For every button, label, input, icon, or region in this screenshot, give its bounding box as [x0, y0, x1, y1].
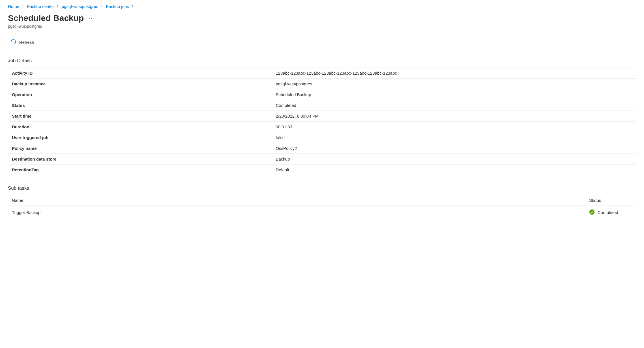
subtask-status-cell: Completed [585, 206, 636, 219]
detail-value: 00:01:33 [272, 122, 636, 132]
detail-label: Duration [8, 122, 272, 132]
refresh-button[interactable]: Refresh [10, 38, 35, 47]
detail-row-duration: Duration 00:01:33 [8, 122, 636, 132]
detail-row-policy-name: Policy name OssPolicy2 [8, 143, 636, 154]
detail-label: User triggered job [8, 132, 272, 143]
detail-value: false [272, 132, 636, 143]
detail-label: RetentionTag [8, 165, 272, 175]
detail-label: Destination data store [8, 154, 272, 165]
refresh-label: Refresh [19, 40, 34, 45]
chevron-right-icon [100, 4, 104, 8]
detail-label: Status [8, 100, 272, 111]
detail-value: Backup [272, 154, 636, 165]
detail-row-start-time: Start time 2/20/2022, 8:00:04 PM [8, 111, 636, 122]
job-details-table: Activity ID 123abc-123abc-123abc-123abc-… [8, 68, 636, 175]
more-actions-button[interactable]: ··· [89, 15, 94, 21]
breadcrumb-backup-jobs[interactable]: Backup jobs [106, 4, 129, 9]
detail-value: 2/20/2022, 8:00:04 PM [272, 111, 636, 122]
subtasks-header-row: Name Status [8, 195, 636, 206]
toolbar: Refresh [8, 35, 636, 51]
chevron-right-icon [22, 4, 25, 8]
detail-row-retention-tag: RetentionTag Default [8, 165, 636, 175]
svg-point-0 [589, 209, 594, 215]
detail-value: pgsql-wus\postgres [272, 79, 636, 89]
chevron-right-icon [56, 4, 59, 8]
refresh-icon [10, 39, 16, 46]
detail-value: Completed [272, 100, 636, 111]
subtask-name: Trigger Backup [8, 206, 585, 219]
detail-value: Scheduled Backup [272, 89, 636, 100]
subtask-status-text: Completed [598, 210, 618, 215]
detail-row-backup-instance: Backup instance pgsql-wus\postgres [8, 79, 636, 89]
detail-value: OssPolicy2 [272, 143, 636, 154]
detail-label: Policy name [8, 143, 272, 154]
column-status: Status [585, 195, 636, 206]
breadcrumb-home[interactable]: Home [8, 4, 19, 9]
detail-row-user-triggered: User triggered job false [8, 132, 636, 143]
job-details-header: Job Details [8, 58, 636, 64]
detail-value: Default [272, 165, 636, 175]
subtasks-header: Sub tasks [8, 185, 636, 191]
subtasks-table: Name Status Trigger Backup Completed [8, 195, 636, 219]
page-title: Scheduled Backup [8, 13, 84, 23]
detail-label: Operation [8, 89, 272, 100]
breadcrumb: Home Backup center pgsql-wus\postgres Ba… [8, 4, 636, 9]
detail-label: Backup instance [8, 79, 272, 89]
check-circle-icon [589, 209, 595, 216]
detail-row-status: Status Completed [8, 100, 636, 111]
column-name: Name [8, 195, 585, 206]
title-row: Scheduled Backup ··· [8, 13, 636, 23]
subtask-row: Trigger Backup Completed [8, 206, 636, 219]
detail-label: Activity ID [8, 68, 272, 79]
breadcrumb-backup-center[interactable]: Backup center [27, 4, 54, 9]
page-subtitle: pgsql-wus\postgres [8, 24, 636, 29]
detail-row-activity-id: Activity ID 123abc-123abc-123abc-123abc-… [8, 68, 636, 79]
detail-value: 123abc-123abc-123abc-123abc-123abc-123ab… [272, 68, 636, 79]
chevron-right-icon [131, 4, 134, 8]
breadcrumb-instance[interactable]: pgsql-wus\postgres [62, 4, 98, 9]
detail-row-destination-store: Destination data store Backup [8, 154, 636, 165]
detail-label: Start time [8, 111, 272, 122]
detail-row-operation: Operation Scheduled Backup [8, 89, 636, 100]
